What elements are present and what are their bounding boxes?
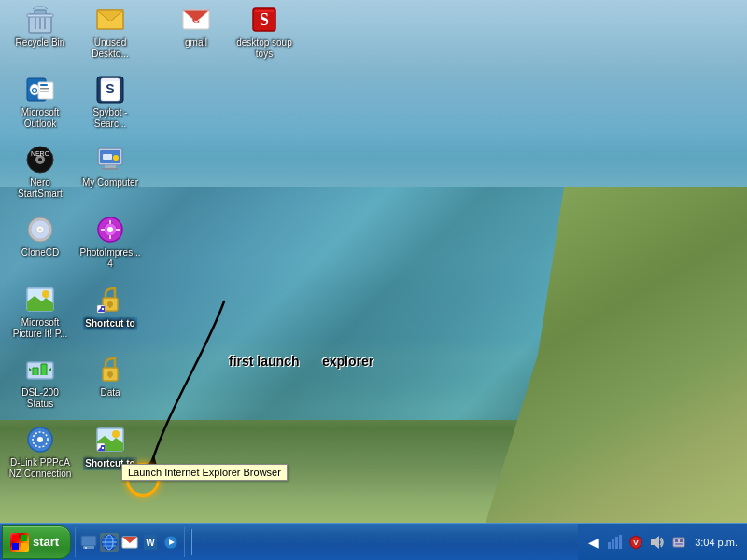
svg-point-34 (113, 155, 119, 161)
desktop-icon-gmail[interactable]: G gmail (163, 5, 229, 49)
mspit-label: MicrosoftPicture It! P... (13, 317, 68, 340)
mycomputer-icon (95, 145, 125, 175)
desktop-icon-spybot[interactable]: S Spybot -Searc... (78, 75, 143, 130)
word-taskbar-icon[interactable]: W (141, 533, 160, 552)
spybot-label: Spybot -Searc... (92, 107, 127, 130)
svg-rect-64 (12, 543, 19, 550)
photoimpres-icon (95, 215, 125, 245)
desktop-icon-photoimpres[interactable]: PhotoImpres...4 (78, 215, 143, 270)
svg-rect-33 (103, 154, 112, 160)
desktop-icon-mspit[interactable]: MicrosoftPicture It! P... (7, 285, 73, 340)
shortcut1-icon (95, 285, 125, 315)
desktop-icon-outlook[interactable]: O MicrosoftOutlook (7, 75, 73, 130)
svg-rect-62 (12, 535, 19, 541)
svg-rect-65 (21, 543, 27, 550)
tray-hardware-icon[interactable] (669, 533, 688, 552)
tray-network-icon[interactable] (605, 533, 624, 552)
svg-rect-83 (619, 535, 622, 549)
outlook-taskbar-icon[interactable] (120, 533, 139, 552)
svg-rect-85 (651, 539, 655, 545)
svg-rect-81 (612, 539, 614, 549)
recycle-bin-label: Recycle Bin (16, 37, 65, 49)
system-tray: ◀ V (578, 524, 747, 560)
clock[interactable]: 3:04 p.m. (691, 537, 741, 548)
svg-rect-80 (608, 542, 611, 549)
nero-label: NeroStartSmart (18, 177, 63, 200)
windows-logo-icon (10, 533, 29, 552)
svg-rect-32 (102, 168, 119, 170)
desktop-icon-dlink[interactable]: D-Link PPPoANZ Connection (7, 425, 73, 480)
svg-rect-18 (40, 88, 49, 90)
nero-icon: NERO (25, 145, 55, 175)
mspit-icon (25, 285, 55, 315)
svg-rect-54 (109, 374, 111, 378)
data-icon (95, 355, 125, 385)
svg-text:S: S (106, 81, 114, 96)
svg-rect-90 (675, 543, 683, 545)
gmail-label: gmail (185, 37, 207, 49)
svg-point-42 (107, 227, 113, 232)
dsl-icon (25, 355, 55, 385)
dlink-icon (25, 425, 55, 455)
spybot-icon: S (95, 75, 125, 105)
desktop-icon-unused-desktop[interactable]: UnusedDeskto... (78, 5, 143, 60)
start-label: start (33, 535, 59, 549)
desktop-icon-nero[interactable]: NERO NeroStartSmart (7, 145, 73, 200)
svg-rect-87 (673, 538, 684, 547)
tray-arrow-icon[interactable]: ◀ (584, 533, 602, 552)
svg-rect-68 (85, 547, 87, 549)
unused-desktop-icon (95, 5, 125, 35)
svg-point-27 (38, 158, 42, 161)
svg-point-59 (112, 430, 120, 438)
svg-text:W: W (146, 538, 155, 548)
unused-desktop-label: UnusedDeskto... (92, 37, 128, 60)
gmail-icon: G (181, 5, 211, 35)
data-label: Data (100, 387, 120, 399)
soup-toys-icon: S (249, 5, 279, 35)
svg-text:S: S (260, 10, 269, 29)
start-button[interactable]: start (2, 525, 71, 559)
svg-rect-2 (27, 14, 53, 17)
clonecd-icon (25, 215, 55, 245)
desktop-icon-soup[interactable]: S desktop souptoys (232, 5, 297, 60)
quick-launch-area: W (75, 527, 185, 557)
tray-security-icon[interactable]: V (627, 533, 645, 552)
tray-volume-icon[interactable] (648, 533, 667, 552)
svg-text:G: G (192, 14, 201, 25)
soup-label: desktop souptoys (236, 37, 292, 60)
taskbar: start (0, 523, 747, 560)
svg-rect-49 (27, 362, 53, 379)
dsl-label: DSL-200 Status (7, 387, 73, 410)
media-taskbar-icon[interactable] (162, 533, 180, 552)
svg-rect-89 (680, 539, 683, 542)
recycle-bin-icon (25, 5, 55, 35)
svg-rect-88 (675, 539, 678, 542)
desktop-icon-mycomputer[interactable]: My Computer (78, 145, 143, 189)
svg-point-44 (42, 290, 49, 298)
shortcut2-icon (95, 425, 125, 455)
tooltip-box: Launch Internet Explorer Browser (121, 464, 288, 481)
svg-rect-17 (40, 84, 48, 86)
taskbar-separator (190, 529, 192, 555)
svg-point-57 (37, 437, 43, 442)
svg-text:NERO: NERO (31, 150, 50, 157)
svg-text:O: O (31, 86, 37, 95)
annotation-explorer: explorer (322, 354, 374, 369)
svg-rect-47 (109, 304, 111, 308)
svg-text:V: V (633, 539, 639, 547)
desktop: Recycle Bin UnusedDeskto... G gmail (0, 0, 747, 523)
svg-rect-66 (81, 536, 96, 546)
clonecd-label: CloneCD (21, 247, 60, 259)
photoimpres-label: PhotoImpres...4 (79, 247, 140, 270)
desktop-icon-recycle-bin[interactable]: Recycle Bin (7, 5, 73, 49)
desktop-icon-clonecd[interactable]: CloneCD (7, 215, 73, 259)
svg-rect-19 (40, 91, 49, 92)
ie-browser-icon[interactable] (100, 533, 119, 552)
svg-rect-67 (83, 546, 94, 549)
svg-marker-86 (655, 536, 659, 549)
svg-rect-31 (105, 165, 116, 168)
show-desktop-icon[interactable] (79, 533, 98, 552)
annotation-arrow (131, 297, 317, 483)
dlink-label: D-Link PPPoANZ Connection (9, 457, 72, 480)
desktop-icon-dsl[interactable]: DSL-200 Status (7, 355, 73, 410)
